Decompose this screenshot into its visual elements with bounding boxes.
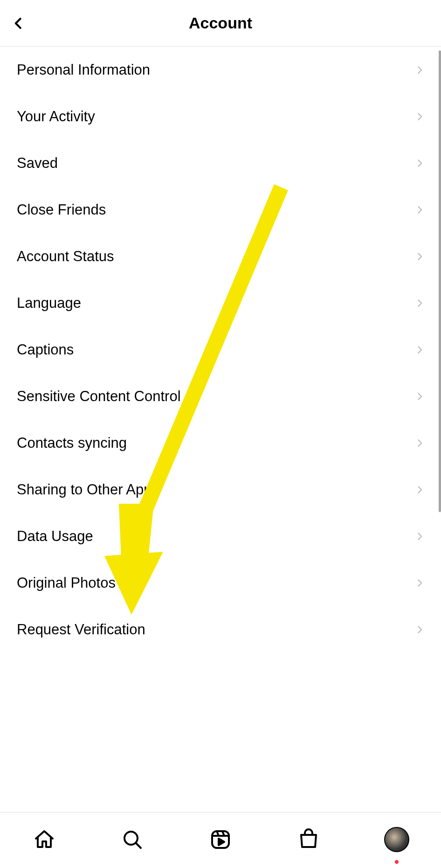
menu-item-label: Data Usage [17, 528, 93, 545]
shop-icon [297, 828, 320, 851]
chevron-right-icon [415, 482, 424, 497]
page-title: Account [189, 14, 252, 32]
menu-item-captions[interactable]: Captions [0, 326, 441, 373]
avatar-icon [384, 827, 409, 852]
menu-item-language[interactable]: Language [0, 280, 441, 326]
menu-item-label: Personal Information [17, 62, 150, 78]
chevron-right-icon [415, 156, 424, 171]
search-icon [121, 828, 144, 851]
chevron-right-icon [415, 202, 424, 217]
nav-profile[interactable] [383, 826, 411, 854]
menu-item-personal-information[interactable]: Personal Information [0, 47, 441, 93]
reels-icon [209, 828, 232, 851]
svg-marker-6 [219, 839, 224, 845]
menu-item-your-activity[interactable]: Your Activity [0, 93, 441, 140]
chevron-right-icon [415, 436, 424, 451]
svg-line-1 [136, 843, 141, 848]
menu-item-label: Contacts syncing [17, 435, 127, 451]
notification-dot-icon [395, 860, 399, 864]
bottom-nav [0, 812, 441, 868]
chevron-right-icon [415, 622, 424, 637]
back-button[interactable] [8, 13, 29, 34]
menu-item-sensitive-content-control[interactable]: Sensitive Content Control [0, 373, 441, 420]
chevron-right-icon [415, 62, 424, 77]
menu-item-saved[interactable]: Saved [0, 140, 441, 187]
menu-item-label: Sharing to Other Apps [17, 481, 159, 498]
menu-item-original-photos[interactable]: Original Photos [0, 560, 441, 606]
menu-item-label: Your Activity [17, 108, 95, 125]
chevron-right-icon [415, 249, 424, 264]
chevron-right-icon [415, 296, 424, 311]
nav-shop[interactable] [295, 826, 323, 854]
menu-item-label: Language [17, 295, 81, 312]
home-icon [33, 828, 55, 851]
menu-item-label: Account Status [17, 248, 114, 265]
nav-home[interactable] [30, 826, 58, 854]
chevron-right-icon [415, 576, 424, 590]
chevron-right-icon [415, 342, 424, 357]
header: Account [0, 0, 441, 47]
menu-item-label: Close Friends [17, 201, 106, 218]
chevron-right-icon [415, 529, 424, 544]
chevron-left-icon [12, 14, 26, 33]
nav-reels[interactable] [207, 826, 234, 854]
menu-item-close-friends[interactable]: Close Friends [0, 187, 441, 233]
chevron-right-icon [415, 389, 424, 404]
menu-item-request-verification[interactable]: Request Verification [0, 606, 441, 653]
menu-item-account-status[interactable]: Account Status [0, 233, 441, 280]
settings-list: Personal Information Your Activity Saved… [0, 47, 441, 812]
menu-item-label: Captions [17, 341, 74, 358]
menu-item-label: Request Verification [17, 621, 145, 638]
menu-item-label: Original Photos [17, 575, 116, 591]
menu-item-data-usage[interactable]: Data Usage [0, 513, 441, 560]
menu-item-label: Sensitive Content Control [17, 388, 181, 405]
chevron-right-icon [415, 109, 424, 124]
menu-item-sharing-to-other-apps[interactable]: Sharing to Other Apps [0, 466, 441, 513]
nav-search[interactable] [118, 826, 146, 854]
menu-item-label: Saved [17, 155, 58, 172]
menu-item-contacts-syncing[interactable]: Contacts syncing [0, 420, 441, 466]
